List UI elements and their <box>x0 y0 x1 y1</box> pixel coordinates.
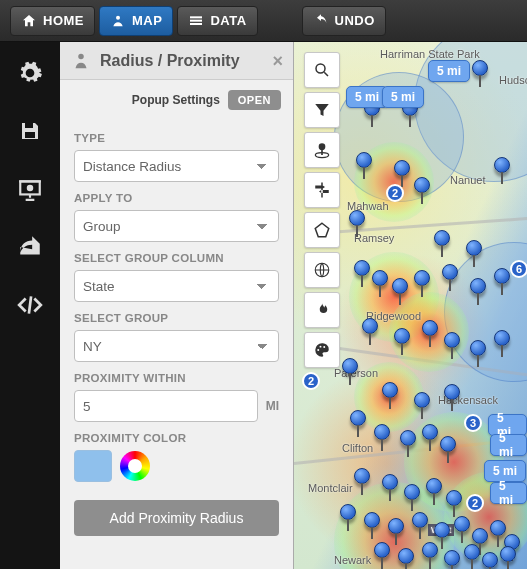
top-nav: HOME MAP DATA UNDO <box>0 0 527 42</box>
map-pin[interactable] <box>414 392 430 408</box>
map-pin[interactable] <box>446 490 462 506</box>
nav-home-button[interactable]: HOME <box>10 6 95 36</box>
map-pin[interactable] <box>464 544 480 560</box>
nav-data-label: DATA <box>210 13 246 28</box>
map-pin[interactable] <box>444 332 460 348</box>
map-pin[interactable] <box>472 60 488 76</box>
map-pin[interactable] <box>350 410 366 426</box>
map-pin[interactable] <box>354 260 370 276</box>
directions-map-tool[interactable] <box>304 172 340 208</box>
style-map-tool[interactable] <box>304 332 340 368</box>
map-canvas[interactable]: Harriman State Park Nanuet Mahwah Ridgew… <box>294 42 527 569</box>
map-pin[interactable] <box>349 210 365 226</box>
map-pin[interactable] <box>394 160 410 176</box>
map-pin[interactable] <box>444 550 460 566</box>
map-pin[interactable] <box>398 548 414 564</box>
map-pin[interactable] <box>412 512 428 528</box>
svg-rect-2 <box>190 19 202 21</box>
map-pin[interactable] <box>404 484 420 500</box>
search-map-tool[interactable] <box>304 52 340 88</box>
map-pin[interactable] <box>434 522 450 538</box>
embed-rail-button[interactable] <box>15 290 45 320</box>
cluster-badge[interactable]: 6 <box>510 260 527 278</box>
map-pin[interactable] <box>364 512 380 528</box>
map-pin[interactable] <box>394 328 410 344</box>
group-column-select[interactable]: State <box>74 270 279 302</box>
present-rail-button[interactable] <box>15 174 45 204</box>
save-rail-button[interactable] <box>15 116 45 146</box>
map-pin[interactable] <box>444 384 460 400</box>
map-pin[interactable] <box>434 230 450 246</box>
map-pin[interactable] <box>422 542 438 558</box>
distance-bubble: 5 mi <box>428 60 470 82</box>
color-swatch[interactable] <box>74 450 112 482</box>
panel-header: Radius / Proximity × <box>60 42 293 80</box>
cluster-badge[interactable]: 2 <box>386 184 404 202</box>
globe-map-tool[interactable] <box>304 252 340 288</box>
map-pin[interactable] <box>356 152 372 168</box>
nav-map-button[interactable]: MAP <box>99 6 173 36</box>
map-pin[interactable] <box>454 516 470 532</box>
distance-bubble: 5 mi <box>490 434 527 456</box>
city-label: Nanuet <box>450 174 485 186</box>
gear-icon <box>17 60 43 86</box>
cluster-badge[interactable]: 2 <box>466 494 484 512</box>
popup-open-button[interactable]: OPEN <box>228 90 281 110</box>
share-rail-button[interactable] <box>15 232 45 262</box>
map-pin[interactable] <box>442 264 458 280</box>
map-pin[interactable] <box>372 270 388 286</box>
map-pin[interactable] <box>342 358 358 374</box>
distance-bubble: 5 mi <box>490 482 527 504</box>
type-select[interactable]: Distance Radius <box>74 150 279 182</box>
map-pin[interactable] <box>374 424 390 440</box>
panel-close-button[interactable]: × <box>272 52 283 70</box>
map-pin[interactable] <box>440 436 456 452</box>
proximity-unit: MI <box>266 399 279 413</box>
svg-rect-12 <box>321 149 323 155</box>
heatmap-map-tool[interactable] <box>304 292 340 328</box>
cluster-badge[interactable]: 2 <box>302 372 320 390</box>
map-pin[interactable] <box>500 546 516 562</box>
map-pin[interactable] <box>494 268 510 284</box>
pin-tool-icon <box>312 140 332 160</box>
data-icon <box>188 13 204 29</box>
map-pin[interactable] <box>400 430 416 446</box>
map-pin[interactable] <box>414 177 430 193</box>
map-pin[interactable] <box>392 278 408 294</box>
map-pin[interactable] <box>362 318 378 334</box>
nav-data-button[interactable]: DATA <box>177 6 257 36</box>
map-pin[interactable] <box>470 340 486 356</box>
map-pin[interactable] <box>414 270 430 286</box>
map-pin[interactable] <box>466 240 482 256</box>
map-pin[interactable] <box>388 518 404 534</box>
apply-to-select[interactable]: Group <box>74 210 279 242</box>
map-pin[interactable] <box>490 520 506 536</box>
map-pin[interactable] <box>494 330 510 346</box>
filter-map-tool[interactable] <box>304 92 340 128</box>
svg-rect-3 <box>190 23 202 25</box>
left-rail <box>0 42 60 569</box>
proximity-within-input[interactable] <box>74 390 258 422</box>
code-icon <box>17 292 43 318</box>
group-select[interactable]: NY <box>74 330 279 362</box>
map-pin[interactable] <box>340 504 356 520</box>
proximity-within-label: PROXIMITY WITHIN <box>74 372 279 384</box>
map-pin[interactable] <box>354 468 370 484</box>
map-pin[interactable] <box>374 542 390 558</box>
map-pin[interactable] <box>382 474 398 490</box>
map-pin[interactable] <box>426 478 442 494</box>
cluster-badge[interactable]: 3 <box>464 414 482 432</box>
map-pin[interactable] <box>470 278 486 294</box>
map-pin[interactable] <box>422 320 438 336</box>
settings-rail-button[interactable] <box>15 58 45 88</box>
map-pin[interactable] <box>494 157 510 173</box>
map-pin[interactable] <box>422 424 438 440</box>
add-proximity-button[interactable]: Add Proximity Radius <box>74 500 279 536</box>
color-picker-button[interactable] <box>120 451 150 481</box>
map-pin[interactable] <box>472 528 488 544</box>
shape-map-tool[interactable] <box>304 212 340 248</box>
pin-map-tool[interactable] <box>304 132 340 168</box>
map-pin[interactable] <box>482 552 498 568</box>
nav-undo-button[interactable]: UNDO <box>302 6 386 36</box>
map-pin[interactable] <box>382 382 398 398</box>
